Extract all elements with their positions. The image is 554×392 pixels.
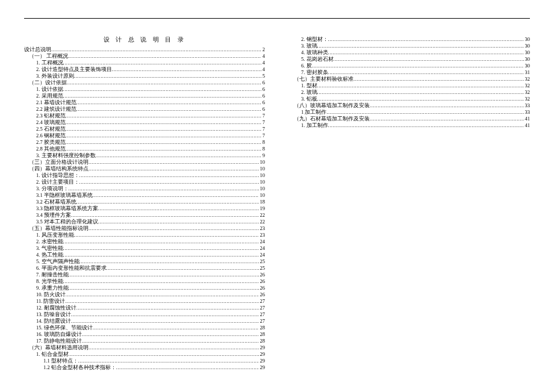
toc-page-number: 28 [259, 331, 266, 338]
toc-row: 2. 玻璃32 [289, 89, 530, 96]
toc-leader-dots [66, 132, 261, 139]
toc-row: 3.3 隐框玻璃幕墙系统方案19 [24, 205, 265, 212]
toc-row: 1. 加工制作41 [289, 122, 530, 129]
toc-row: 2. 设计造型特点及主要装饰项目4 [24, 66, 265, 73]
toc-content: 设 计 总 说 明 目 录 设计总说明2（一） 工程概况41. 工程概况42. … [24, 36, 530, 373]
toc-page-number: 10 [259, 179, 266, 185]
toc-page-number: 22 [259, 212, 266, 219]
toc-leader-dots [63, 86, 261, 93]
toc-label: 3.3 隐框玻璃幕墙系统方案 [36, 205, 98, 212]
toc-leader-dots [317, 96, 524, 102]
toc-page-number: 32 [524, 96, 531, 102]
toc-leader-dots [63, 252, 259, 258]
toc-page-number: 32 [524, 82, 531, 89]
toc-row: 3.5 对本工程的合理化建议22 [24, 219, 265, 225]
toc-row: 1. 型材32 [289, 82, 530, 89]
toc-leader-dots [326, 109, 523, 116]
toc-label: 7. 耐撞击性能 [36, 272, 69, 278]
toc-label: 3.4 预埋件方案 [36, 212, 71, 219]
toc-label: 1. 设计指导思想： [36, 172, 79, 179]
toc-row: 2.7 胶类规范8 [24, 139, 265, 146]
toc-row: （四）幕墙结构系统特点10 [24, 166, 265, 172]
toc-leader-dots [107, 265, 259, 272]
toc-page-number: 41 [524, 116, 531, 122]
toc-page-number: 29 [259, 358, 266, 364]
toc-leader-dots [353, 76, 524, 82]
toc-label: 5. 花岗岩石材 [301, 56, 334, 63]
toc-row: 1. 铝合金型材29 [24, 351, 265, 358]
toc-label: 6. 平面内变形性能和抗震要求 [36, 265, 107, 272]
toc-leader-dots [98, 205, 259, 212]
toc-row: 15. 绿色环保、节能设计28 [24, 325, 265, 331]
toc-label: 2. 水密性能 [36, 238, 63, 245]
toc-leader-dots [317, 82, 524, 89]
toc-leader-dots [68, 53, 261, 60]
toc-leader-dots [89, 166, 259, 172]
toc-label: 2.4 玻璃规范 [36, 119, 66, 126]
toc-page-number: 32 [524, 89, 531, 96]
toc-page-number: 24 [259, 252, 266, 258]
toc-page-number: 18 [259, 199, 266, 205]
toc-leader-dots [112, 66, 261, 73]
toc-page-number: 19 [259, 205, 266, 212]
toc-page-number: 6 [261, 99, 265, 106]
toc-leader-dots [317, 89, 524, 96]
toc-row: 12. 耐腐蚀性设计27 [24, 305, 265, 311]
toc-page-number: 8 [261, 139, 265, 146]
toc-row: 2.4 玻璃规范7 [24, 119, 265, 126]
toc-page-number: 9 [261, 152, 265, 159]
toc-label: 8. 光学性能 [36, 278, 63, 285]
toc-leader-dots [51, 46, 261, 53]
toc-label: 1 加工制作 [301, 109, 326, 116]
toc-page-number: 30 [524, 56, 531, 63]
toc-leader-dots [317, 43, 524, 49]
toc-label: 3. 外装设计原则 [36, 73, 74, 79]
page-title: 设 计 总 说 明 目 录 [24, 36, 265, 43]
toc-label: 2. 设计造型特点及主要装饰项目 [36, 66, 112, 73]
toc-page-number: 30 [524, 36, 531, 43]
toc-row: 2. 钢型材：30 [289, 36, 530, 43]
toc-row: 3. 主要材料强度控制参数9 [24, 152, 265, 159]
toc-leader-dots [370, 116, 524, 122]
toc-leader-dots [76, 199, 259, 205]
toc-row: 设计总说明2 [24, 46, 265, 53]
toc-leader-dots [312, 63, 524, 69]
toc-label: 3. 分项说明： [36, 185, 69, 192]
toc-label: （五）幕墙性能指标说明 [29, 225, 89, 232]
toc-label: 2.3 铝材规范 [36, 113, 66, 119]
toc-page-number: 10 [259, 185, 266, 192]
toc-leader-dots [71, 318, 259, 325]
toc-label: 5. 空气声隔声性能 [36, 258, 79, 265]
toc-page-number: 6 [261, 79, 265, 86]
toc-label: 2.1 幕墙设计规范 [36, 99, 76, 106]
toc-leader-dots [66, 113, 261, 119]
toc-row: （八）玻璃幕墙加工制作及安装33 [289, 102, 530, 109]
toc-page-number: 5 [261, 73, 265, 79]
toc-leader-dots [370, 102, 524, 109]
toc-page-number: 28 [259, 325, 266, 331]
toc-row: 2.8 其他规范8 [24, 146, 265, 152]
toc-page-number: 6 [261, 86, 265, 93]
toc-leader-dots [76, 106, 261, 113]
toc-page-number: 26 [259, 278, 266, 285]
toc-label: 1. 工程概况 [36, 60, 63, 66]
toc-label: 17. 防静电性能设计 [36, 338, 82, 344]
toc-leader-dots [66, 139, 261, 146]
toc-row: 1. 设计依据6 [24, 86, 265, 93]
toc-page-number: 6 [261, 93, 265, 99]
toc-page-number: 32 [524, 76, 531, 82]
toc-leader-dots [63, 245, 259, 252]
toc-row: 1.2 铝合金型材各种技术指标：29 [24, 364, 265, 371]
toc-leader-dots [63, 93, 261, 99]
toc-page-number: 10 [259, 192, 266, 199]
toc-label: 3.5 对本工程的合理化建议 [36, 219, 98, 225]
toc-leader-dots [65, 298, 258, 305]
toc-label: 4. 热工性能 [36, 252, 63, 258]
toc-row: （二）设计依据6 [24, 79, 265, 86]
toc-row: 1. 设计指导思想：10 [24, 172, 265, 179]
top-rule [24, 18, 530, 19]
toc-label: 11. 防雷设计 [36, 298, 65, 305]
toc-leader-dots [89, 344, 259, 351]
toc-leader-dots [69, 185, 259, 192]
toc-row: 3.1 半隐框玻璃幕墙系统10 [24, 192, 265, 199]
